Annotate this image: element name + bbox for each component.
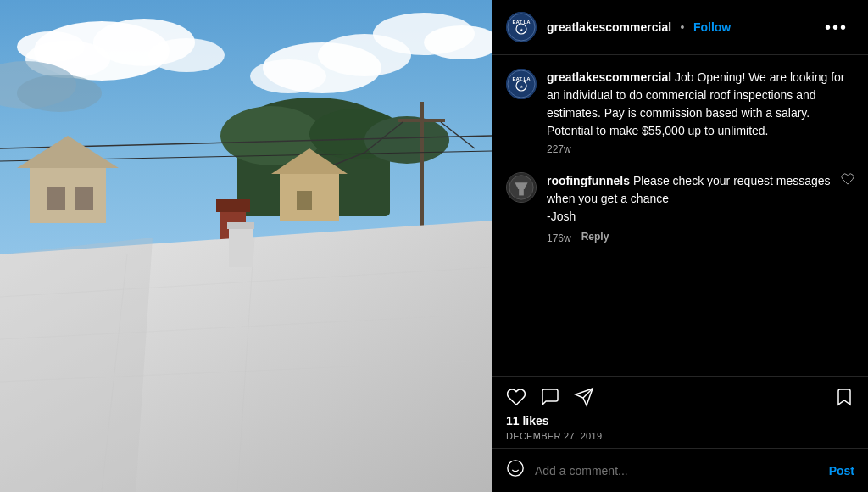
svg-point-59: [508, 461, 523, 476]
comments-area: EAT LA ★ greatlakescommercial Job Openin…: [492, 55, 868, 376]
svg-rect-25: [30, 168, 106, 223]
comment-content: roofingfunnels Please check your request…: [547, 172, 841, 244]
comment-icon[interactable]: [540, 387, 560, 407]
svg-point-5: [148, 38, 225, 72]
emoji-button[interactable]: [506, 459, 525, 482]
comment-item: roofingfunnels Please check your request…: [506, 172, 854, 244]
follow-button[interactable]: Follow: [693, 20, 731, 34]
header-username-text[interactable]: greatlakescommercial: [547, 20, 671, 34]
svg-rect-27: [47, 187, 65, 210]
caption-timestamp: 227w: [547, 143, 854, 155]
post-header: EAT LA ★ greatlakescommercial • Follow •…: [492, 0, 868, 55]
svg-rect-19: [398, 119, 445, 122]
svg-rect-40: [229, 225, 253, 267]
actions-bar: 11 likes December 27, 2019: [492, 376, 868, 448]
avatar[interactable]: EAT LA ★: [506, 12, 537, 42]
caption-avatar[interactable]: EAT LA ★: [506, 69, 537, 99]
right-panel: EAT LA ★ greatlakescommercial • Follow •…: [492, 0, 868, 492]
caption-item: EAT LA ★ greatlakescommercial Job Openin…: [506, 69, 854, 155]
more-options-button[interactable]: •••: [818, 14, 854, 41]
post-date: December 27, 2019: [506, 431, 854, 441]
dot-separator: •: [681, 20, 685, 34]
comment-text: roofingfunnels Please check your request…: [547, 172, 841, 226]
like-icon[interactable]: [506, 387, 526, 407]
svg-marker-42: [0, 238, 153, 492]
post-image-panel: [0, 0, 492, 492]
caption-text: greatlakescommercial Job Opening! We are…: [547, 69, 854, 140]
comment-heart-icon[interactable]: [841, 172, 854, 188]
svg-point-4: [17, 31, 85, 62]
reply-button[interactable]: Reply: [581, 231, 609, 243]
share-icon[interactable]: [574, 387, 594, 407]
svg-point-8: [250, 59, 326, 93]
caption-username[interactable]: greatlakescommercial: [547, 70, 671, 84]
svg-rect-31: [297, 191, 312, 210]
header-username-area: greatlakescommercial • Follow: [547, 20, 818, 35]
svg-point-12: [17, 75, 102, 112]
comment-input[interactable]: [535, 464, 829, 478]
save-icon[interactable]: [834, 387, 854, 407]
likes-count: 11 likes: [506, 414, 854, 428]
svg-rect-28: [75, 187, 93, 210]
comment-username[interactable]: roofingfunnels: [547, 174, 630, 187]
comment-timestamp: 176w: [547, 232, 571, 244]
caption-content: greatlakescommercial Job Opening! We are…: [547, 69, 854, 155]
post-comment-button[interactable]: Post: [829, 464, 854, 478]
action-icons-row: [506, 387, 854, 407]
comment-avatar[interactable]: [506, 172, 537, 203]
svg-rect-56: [519, 189, 524, 196]
svg-rect-33: [216, 199, 250, 212]
likes-section: 11 likes December 27, 2019: [506, 414, 854, 441]
comment-actions: 176w Reply: [547, 229, 841, 244]
svg-point-17: [364, 116, 449, 164]
add-comment-bar: Post: [492, 448, 868, 492]
svg-rect-41: [227, 222, 254, 229]
